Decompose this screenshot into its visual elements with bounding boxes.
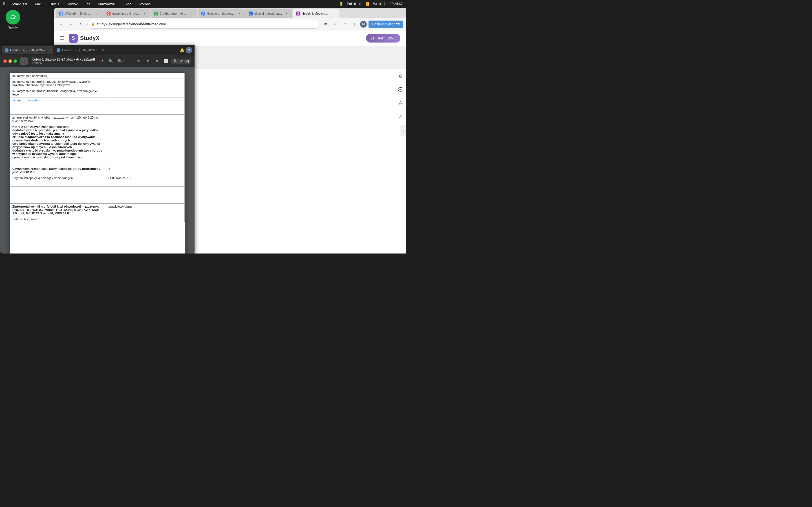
pdf-fullscreen-button[interactable] bbox=[13, 59, 17, 63]
sidebar-check-icon[interactable]: ✓ bbox=[396, 112, 405, 121]
table-cell-answer[interactable]: prawidłowy obraz bbox=[106, 204, 185, 216]
pdf-tab-2[interactable]: CreatePDF_DLIII_2024-2... ✕ bbox=[54, 46, 105, 54]
tab-label-egzamin: egzamin od 4 roku 23... bbox=[112, 12, 140, 15]
table-cell-question[interactable]: zinterpretuj wyniki krwi obw mężczyzyny:… bbox=[10, 115, 106, 124]
forward-button[interactable]: → bbox=[67, 20, 75, 28]
pdf-tab-2-icon bbox=[57, 48, 60, 52]
studyx-logo-text: StudyX bbox=[80, 35, 100, 41]
user-avatar[interactable]: M bbox=[186, 47, 192, 54]
hamburger-menu-icon[interactable]: ☰ bbox=[60, 35, 64, 41]
pdf-annotate-icon[interactable]: ✏ bbox=[135, 57, 143, 65]
lang-indicator[interactable]: Polski bbox=[347, 2, 356, 6]
studyx-header: ☰ S StudyX ✨ Start 3-do... bbox=[54, 31, 406, 46]
browser-tab-chatbot[interactable]: C Chatbot App – AI Cha... ✕ bbox=[151, 9, 197, 18]
pdf-duplicate-icon[interactable]: ⧉ bbox=[153, 57, 161, 65]
expand-panel-button[interactable]: ‹ bbox=[400, 125, 406, 136]
notification-bell-icon[interactable]: 🔔 bbox=[180, 48, 185, 52]
start-button[interactable]: ✨ Start 3-do... bbox=[366, 34, 400, 43]
menu-widok[interactable]: Widok bbox=[66, 1, 79, 7]
deselect-link[interactable]: Odznacz mój wybór bbox=[12, 99, 40, 102]
pdf-zoom-out-icon[interactable]: 🔍− bbox=[108, 57, 116, 65]
browser-tab-ai-solving[interactable]: g ai solving tests uni -... ✕ bbox=[245, 9, 292, 18]
pdf-tab-1-close[interactable]: ✕ bbox=[50, 48, 52, 52]
spotify-icon bbox=[6, 10, 20, 24]
pdf-minimize-button[interactable] bbox=[8, 59, 12, 63]
pdf-search-box[interactable]: 🔍 Szukaj bbox=[171, 59, 191, 64]
table-cell-empty bbox=[10, 181, 106, 187]
browser-tab-wyklady[interactable]: G Wykłady – Dysk Goo... ✕ bbox=[56, 9, 103, 18]
pdf-annotate-dropdown[interactable]: ▾ bbox=[144, 57, 152, 65]
pdf-tab-1[interactable]: CreatePDF_DLIII_2024-2... ✕ bbox=[2, 46, 53, 54]
table-cell-empty bbox=[106, 192, 185, 198]
table-row: zinterpretuj wyniki krwi obw mężczyzyny:… bbox=[10, 115, 185, 124]
menu-edycja[interactable]: Edycja bbox=[47, 1, 61, 7]
table-row-pytanie: Pytanie 1Odpowiedź bbox=[10, 216, 185, 222]
security-lock-icon: 🔒 bbox=[91, 22, 95, 26]
reader-mode-icon[interactable]: ⊙ bbox=[341, 20, 349, 28]
browser-toolbar-icons: ⇄ ☆ ⊙ ↓ M Dostępna jest now bbox=[322, 20, 403, 28]
refresh-button[interactable]: ↻ bbox=[77, 20, 85, 28]
menu-plik[interactable]: Plik bbox=[33, 1, 42, 7]
browser-tab-egzamin[interactable]: G egzamin od 4 roku 23... ✕ bbox=[103, 9, 150, 18]
table-cell-empty bbox=[10, 187, 106, 192]
menu-narzedzia[interactable]: Narzędzia bbox=[97, 1, 117, 7]
table-row: Czynnikiem krzepnięcia, który należy do … bbox=[10, 166, 185, 175]
table-row: Czynnik krzepnięcia należący do fibrynog… bbox=[10, 175, 185, 181]
question-text-bold: Czynnikiem krzepnięcia, który należy do … bbox=[12, 167, 100, 174]
pdf-filename: Kolos 1 diagno 23-24.xlsx - Arkusz1.pdf bbox=[32, 57, 95, 61]
download-icon[interactable]: ↓ bbox=[350, 20, 358, 28]
menu-okno[interactable]: Okno bbox=[121, 1, 133, 7]
address-bar[interactable]: 🔒 studyx.ai/subjects/science/health-medi… bbox=[87, 20, 319, 29]
table-cell-empty bbox=[10, 160, 106, 166]
pdf-tab-2-close[interactable]: ✕ bbox=[102, 48, 104, 52]
pdf-sidebar-toggle[interactable]: ⊞ bbox=[20, 57, 28, 65]
pdf-title-area: Kolos 1 diagno 23-24.xlsx - Arkusz1.pdf … bbox=[32, 57, 95, 64]
table-cell-question-bold[interactable]: Zinterpretuj wyniki morfologii krwi obwo… bbox=[10, 204, 106, 216]
back-button[interactable]: ← bbox=[57, 20, 65, 28]
bookmark-icon[interactable]: ☆ bbox=[331, 20, 339, 28]
menu-pomoc[interactable]: Pomoc bbox=[138, 1, 152, 7]
menu-podglad[interactable]: Podgląd bbox=[11, 1, 29, 7]
sidebar-settings-icon[interactable]: ⚙ bbox=[396, 71, 405, 80]
spotify-app[interactable]: Spotify bbox=[6, 10, 20, 29]
table-cell-deselect[interactable]: Odznacz mój wybór bbox=[10, 98, 106, 103]
table-cell-question-bold[interactable]: Czynnikiem krzepnięcia, który należy do … bbox=[10, 166, 106, 175]
pdf-zoom-in-icon[interactable]: 🔍+ bbox=[117, 57, 125, 65]
table-cell-answer bbox=[106, 88, 185, 98]
table-cell-question[interactable]: leukocytoza z eozynofilią bbox=[10, 73, 106, 79]
available-now-button[interactable]: Dostępna jest now bbox=[368, 20, 403, 28]
tab-close-chatbot[interactable]: ✕ bbox=[190, 11, 194, 15]
pdf-share-icon[interactable]: ↑ bbox=[126, 57, 134, 65]
table-cell-empty bbox=[10, 103, 106, 109]
tab-close-appstore[interactable]: ✕ bbox=[238, 11, 241, 15]
table-cell-answer[interactable]: II bbox=[106, 166, 185, 175]
sidebar-chat-icon[interactable]: 💬 bbox=[396, 85, 405, 94]
tab-close-health[interactable]: ✕ bbox=[332, 11, 336, 15]
table-cell-answer[interactable]: ODP była że XIII bbox=[106, 175, 185, 181]
pdf-redact-icon[interactable]: ⬜ bbox=[162, 57, 170, 65]
pdf-tab-2-label: CreatePDF_DLIII_2024-2... bbox=[62, 48, 100, 52]
browser-tab-google-appstore[interactable]: A Google on the App St... ✕ bbox=[198, 9, 245, 18]
table-row-empty bbox=[10, 181, 185, 187]
table-cell-question[interactable]: Czynnik krzepnięcia należący do fibrynog… bbox=[10, 175, 106, 181]
tab-close-egzamin[interactable]: ✕ bbox=[143, 11, 147, 15]
table-cell-question-bold[interactable]: Które z poniższych zdań jest fałszywe: d… bbox=[10, 124, 106, 160]
tab-close-wyklady[interactable]: ✕ bbox=[95, 11, 99, 15]
apple-menu[interactable]:  bbox=[3, 1, 5, 6]
translate-icon[interactable]: ⇄ bbox=[322, 20, 329, 28]
table-cell-question[interactable]: leukocytoza z neutrofilią, bazofilia, eo… bbox=[10, 88, 106, 98]
pdf-close-button[interactable] bbox=[3, 59, 7, 63]
sidebar-text-icon[interactable]: A bbox=[396, 99, 405, 108]
table-row-empty bbox=[10, 160, 185, 166]
new-tab-button[interactable]: + bbox=[340, 10, 348, 18]
pdf-traffic-lights bbox=[3, 59, 17, 63]
pdf-info-icon[interactable]: ℹ bbox=[99, 57, 107, 65]
table-cell-question[interactable]: leukocytoza z neutrofilią, przesunięcie … bbox=[10, 79, 106, 88]
menu-idz[interactable]: Idź bbox=[84, 1, 92, 7]
menubar:  Podgląd Plik Edycja Widok Idź Narzędzi… bbox=[0, 0, 406, 8]
profile-icon[interactable]: M bbox=[360, 21, 367, 27]
tab-close-ai-solving[interactable]: ✕ bbox=[285, 11, 289, 15]
browser-tab-health[interactable]: S Health & Medicine Ho... ✕ bbox=[293, 9, 340, 18]
pdf-new-tab-button[interactable]: + bbox=[106, 48, 112, 53]
tab-favicon-egzamin: G bbox=[107, 11, 110, 15]
